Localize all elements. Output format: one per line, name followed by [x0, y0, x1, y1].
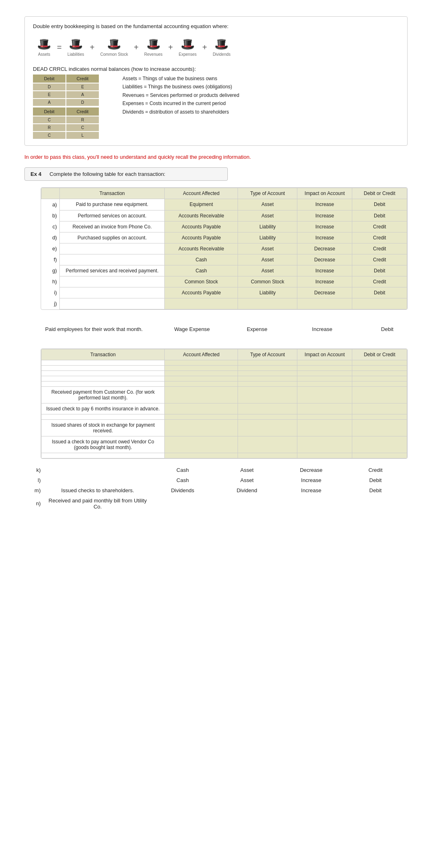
bottom-type: Asset [215, 467, 279, 473]
account-cell [165, 360, 238, 365]
account-cell [165, 414, 238, 419]
impact-cell: Increase [297, 210, 352, 221]
table-row: i)Accounts PayableLiabilityDecreaseDebit [41, 287, 407, 298]
debit-credit-cell [352, 403, 407, 414]
debit-credit-cell: Credit [352, 232, 407, 243]
row-label: b) [41, 210, 60, 221]
def-expenses: Expenses = Costs incurred in the current… [122, 99, 239, 107]
impact-cell [297, 419, 352, 436]
type-cell: Asset [238, 243, 297, 254]
wage-impact: Increase [302, 326, 343, 332]
account-cell: Accounts Receivable [165, 210, 238, 221]
transaction-cell [59, 276, 164, 287]
type-cell [238, 298, 297, 309]
transaction-cell: Performed services on account. [59, 210, 164, 221]
transaction-cell: Performed services and received payment. [59, 265, 164, 276]
bottom-dc: Credit [343, 467, 408, 473]
equation-row: 🎩 Assets = 🎩 Liabilities + 🎩 Common Stoc… [33, 34, 399, 60]
def-dividends: Dividends = distribution of assets to sh… [122, 108, 239, 116]
type-cell [238, 419, 297, 436]
dead-definitions: Assets = Things of value the business ow… [122, 75, 239, 116]
account-cell [165, 419, 238, 436]
table-row: c)Received an invoice from Phone Co.Acco… [41, 221, 407, 232]
s-col-transaction: Transaction [41, 349, 165, 360]
wage-account: Wage Expense [172, 326, 212, 332]
type-cell: Liability [238, 287, 297, 298]
table-row: Issued check to pay 6 months insurance i… [41, 403, 407, 414]
col-dc-header: Debit or Credit [352, 188, 407, 199]
info-box: Double entry bookkeeping is based on the… [24, 16, 408, 146]
account-cell: Accounts Receivable [165, 243, 238, 254]
bottom-transaction: Issued checks to shareholders. [45, 487, 151, 493]
impact-cell [297, 298, 352, 309]
table-row [41, 453, 407, 458]
intro-text: Double entry bookkeeping is based on the… [33, 23, 399, 29]
table-row: a)Paid to purchase new equipment.Equipme… [41, 199, 407, 210]
exercise-instruction: Complete the following table for each tr… [50, 171, 166, 177]
table-row: j) [41, 298, 407, 309]
bottom-account: Cash [151, 467, 215, 473]
account-cell [165, 436, 238, 453]
account-cell: Common Stock [165, 276, 238, 287]
type-cell: Asset [238, 199, 297, 210]
impact-cell [297, 360, 352, 365]
transaction-cell: Issued check to pay 6 months insurance i… [41, 403, 165, 414]
table-row [41, 370, 407, 376]
debit-credit-cell [352, 453, 407, 458]
row-label: e) [41, 243, 60, 254]
transaction-cell: Issued shares of stock in exchange for p… [41, 419, 165, 436]
transaction-cell: Received payment from Customer Co. (for … [41, 386, 165, 403]
bottom-type: Dividend [215, 487, 279, 493]
type-cell [238, 453, 297, 458]
second-table-wrapper: Transaction Account Affected Type of Acc… [41, 349, 408, 459]
transaction-cell [41, 365, 165, 370]
table-row: e)Accounts ReceivableAssetDecreaseCredit [41, 243, 407, 254]
wage-transaction: Paid employees for their work that month… [41, 326, 147, 332]
bottom-row: n)Received and paid monthly bill from Ut… [24, 498, 408, 510]
transaction-cell [59, 287, 164, 298]
debit-credit-cell: Credit [352, 221, 407, 232]
type-cell [238, 403, 297, 414]
impact-cell [297, 414, 352, 419]
warning-text: In order to pass this class, you'll need… [24, 154, 408, 160]
debit-credit-cell [352, 436, 407, 453]
debit-credit-cell [352, 414, 407, 419]
type-cell: Liability [238, 232, 297, 243]
impact-cell: Increase [297, 232, 352, 243]
eq-dividends: 🎩 Dividends [213, 37, 231, 57]
main-table: Transaction Account Affected Type of Acc… [41, 188, 407, 309]
bottom-account: Dividends [151, 487, 215, 493]
impact-cell: Increase [297, 276, 352, 287]
account-cell: Accounts Payable [165, 287, 238, 298]
bottom-row: k)CashAssetDecreaseCredit [24, 467, 408, 473]
row-label: h) [41, 276, 60, 287]
def-assets: Assets = Things of value the business ow… [122, 75, 239, 83]
table-row [41, 381, 407, 386]
account-cell [165, 370, 238, 376]
transaction-cell [41, 414, 165, 419]
debit-credit-cell [352, 419, 407, 436]
table-row: d)Purchased supplies on account.Accounts… [41, 232, 407, 243]
bottom-dc: Debit [343, 487, 408, 493]
debit-credit-cell [352, 360, 407, 365]
eq-common-stock: 🎩 Common Stock [100, 37, 128, 57]
table-row: f)CashAssetDecreaseCredit [41, 254, 407, 265]
impact-cell: Decrease [297, 287, 352, 298]
wage-dc: Debit [367, 326, 408, 332]
dead-mnemonic: Debit Credit D E E A A D Debit Credit C … [33, 75, 114, 139]
transaction-cell [59, 254, 164, 265]
bottom-row-label: k) [24, 467, 45, 473]
col-label-header [41, 188, 60, 199]
debit-credit-cell: Credit [352, 254, 407, 265]
table-row [41, 414, 407, 419]
impact-cell [297, 376, 352, 381]
type-cell [238, 376, 297, 381]
account-cell [165, 386, 238, 403]
col-account-header: Account Affected [165, 188, 238, 199]
account-cell: Cash [165, 254, 238, 265]
account-cell: Cash [165, 265, 238, 276]
impact-cell [297, 386, 352, 403]
transaction-cell [59, 243, 164, 254]
table-row [41, 360, 407, 365]
debit-credit-cell [352, 381, 407, 386]
